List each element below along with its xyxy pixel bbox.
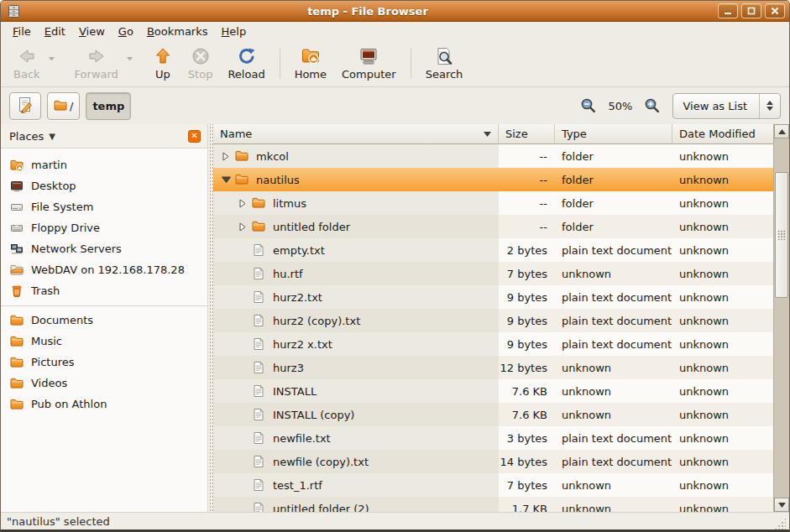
file-date: unknown <box>672 285 773 309</box>
zoom-out-button[interactable] <box>579 96 598 115</box>
folder-icon <box>54 99 67 112</box>
expander-closed-icon[interactable] <box>237 222 249 232</box>
scroll-up-button[interactable] <box>774 124 789 138</box>
menu-file[interactable]: File <box>6 23 38 39</box>
menu-view[interactable]: View <box>72 23 112 39</box>
file-type: unknown <box>555 473 672 497</box>
sidebar-item-videos[interactable]: Videos <box>1 373 207 394</box>
folder-icon <box>10 335 24 348</box>
file-row-test-1-rtf[interactable]: test_1.rtf7 bytesunknownunknown <box>213 473 773 497</box>
minimize-button[interactable] <box>718 3 738 18</box>
sidebar-item-pub-on-athlon[interactable]: Pub on Athlon <box>1 394 207 415</box>
sidebar-item-network-servers[interactable]: Network Servers <box>1 238 207 259</box>
current-folder-button[interactable]: temp <box>86 92 131 120</box>
file-row-litmus[interactable]: litmus--folderunknown <box>213 191 773 215</box>
menu-edit[interactable]: Edit <box>38 23 72 39</box>
forward-button[interactable]: Forward <box>67 43 126 84</box>
file-row-newfile-txt[interactable]: newfile.txt3 bytesplain text documentunk… <box>213 426 773 450</box>
zoom-level: 50% <box>609 100 633 112</box>
file-row-hurz3[interactable]: hurz312 bytesunknownunknown <box>213 356 773 379</box>
expander-open-icon[interactable] <box>220 176 232 183</box>
resize-grip[interactable] <box>774 518 786 529</box>
back-button[interactable]: Back <box>6 43 48 84</box>
sidebar-item-file-system[interactable]: File System <box>1 196 207 217</box>
chevron-down-icon <box>766 107 773 111</box>
file-row-hurz2-txt[interactable]: hurz2.txt9 bytesplain text documentunkno… <box>213 285 773 309</box>
file-row-hu-rtf[interactable]: hu.rtf7 bytesunknownunknown <box>213 262 773 285</box>
maximize-button[interactable] <box>741 3 761 18</box>
forward-history-dropdown[interactable] <box>126 43 137 84</box>
column-header-type[interactable]: Type <box>555 124 672 144</box>
file-name: INSTALL <box>273 385 317 398</box>
back-history-dropdown[interactable] <box>48 43 59 84</box>
titlebar[interactable]: temp - File Browser <box>1 1 789 22</box>
scroll-down-button[interactable] <box>774 498 789 512</box>
sidebar-item-documents[interactable]: Documents <box>1 310 207 331</box>
reload-button[interactable]: Reload <box>220 43 272 84</box>
file-date: unknown <box>672 473 773 497</box>
file-row-untitled-folder[interactable]: untitled folder--folderunknown <box>213 215 773 238</box>
up-button[interactable]: Up <box>145 43 180 84</box>
combo-spin-icons <box>759 94 780 118</box>
up-arrow-icon <box>153 46 173 66</box>
file-name-cell: hu.rtf <box>213 262 499 285</box>
toolbar: Back Forward Up Stop Reload Home Compute… <box>1 40 789 87</box>
sidebar-item-floppy-drive[interactable]: Floppy Drive <box>1 217 207 238</box>
sidebar-item-pictures[interactable]: Pictures <box>1 352 207 373</box>
file-browser-window: temp - File Browser File Edit View Go Bo… <box>0 0 790 532</box>
column-header-date[interactable]: Date Modified <box>672 124 773 144</box>
scrollbar-trough[interactable] <box>774 138 789 498</box>
column-header-size[interactable]: Size <box>499 124 555 144</box>
file-row-nautilus[interactable]: nautilus--folderunknown <box>213 168 773 191</box>
menu-go[interactable]: Go <box>112 23 140 39</box>
computer-label: Computer <box>342 68 396 81</box>
file-row-hurz2-copy-txt[interactable]: hurz2 (copy).txt9 bytesplain text docume… <box>213 309 773 332</box>
file-date: unknown <box>672 403 773 426</box>
menu-bookmarks[interactable]: Bookmarks <box>140 23 215 39</box>
view-mode-combobox[interactable]: View as List <box>672 93 781 119</box>
scrollbar-thumb[interactable] <box>775 172 788 298</box>
edit-location-button[interactable] <box>9 92 41 120</box>
text-file-icon <box>252 408 265 421</box>
vertical-scrollbar[interactable] <box>773 124 789 512</box>
text-file-icon <box>252 502 265 512</box>
file-size: -- <box>499 144 555 168</box>
sidebar-close-button[interactable]: ✕ <box>188 130 201 143</box>
file-type: folder <box>555 215 672 238</box>
zoom-in-button[interactable] <box>643 96 662 115</box>
file-row-newfile-copy-txt[interactable]: newfile (copy).txt14 bytesplain text doc… <box>213 450 773 473</box>
close-button[interactable] <box>765 3 785 18</box>
menu-help[interactable]: Help <box>215 23 254 39</box>
thumb-grip-icon <box>777 230 786 240</box>
search-button[interactable]: Search <box>418 43 471 84</box>
column-header-name[interactable]: Name <box>213 124 499 144</box>
file-row-empty-txt[interactable]: empty.txt2 bytesplain text documentunkno… <box>213 238 773 262</box>
file-row-hurz2-x-txt[interactable]: hurz2 x.txt9 bytesplain text documentunk… <box>213 332 773 356</box>
stop-button[interactable]: Stop <box>180 43 221 84</box>
expander-closed-icon[interactable] <box>220 152 232 161</box>
root-folder-button[interactable]: / <box>47 92 80 120</box>
pane-splitter[interactable] <box>207 124 213 512</box>
sidebar-item-martin[interactable]: martin <box>1 154 207 175</box>
view-mode-value: View as List <box>673 100 759 112</box>
sidebar-item-desktop[interactable]: Desktop <box>1 175 207 196</box>
file-row-untitled-folder-2[interactable]: untitled folder (2)1.7 KBunknownunknown <box>213 497 773 512</box>
computer-icon <box>358 46 379 66</box>
places-caret-icon[interactable]: ▼ <box>49 132 55 141</box>
file-row-install-copy[interactable]: INSTALL (copy)7.6 KBunknownunknown <box>213 403 773 426</box>
sidebar-item-music[interactable]: Music <box>1 331 207 352</box>
file-size: 7.6 KB <box>499 379 555 403</box>
places-dropdown[interactable]: Places <box>9 130 44 143</box>
file-row-install[interactable]: INSTALL7.6 KBunknownunknown <box>213 379 773 403</box>
file-type: plain text document <box>555 332 672 356</box>
file-name-cell: newfile (copy).txt <box>213 450 499 473</box>
file-name: INSTALL (copy) <box>273 409 354 421</box>
sidebar-item-webdav-on-192-168-178-28[interactable]: WebDAV on 192.168.178.28 <box>1 259 207 280</box>
home-button[interactable]: Home <box>287 43 334 84</box>
expander-closed-icon[interactable] <box>237 199 249 208</box>
file-row-mkcol[interactable]: mkcol--folderunknown <box>213 144 773 168</box>
arrow-up-icon <box>778 129 786 134</box>
file-type: plain text document <box>555 450 672 473</box>
sidebar-item-trash[interactable]: Trash <box>1 280 207 301</box>
computer-button[interactable]: Computer <box>334 43 404 84</box>
